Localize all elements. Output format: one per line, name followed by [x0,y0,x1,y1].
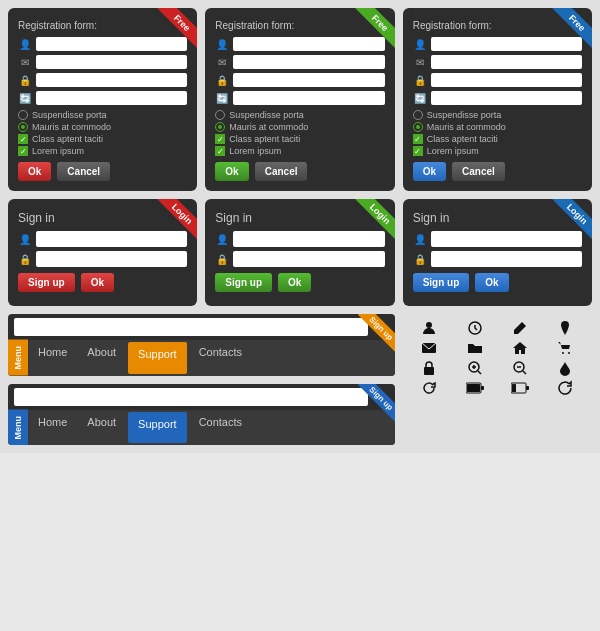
search-input-orange[interactable] [14,318,368,336]
radio-dot-4[interactable] [215,122,225,132]
nav-support-blue[interactable]: Support [128,412,187,444]
email-icon-2: ✉ [215,55,229,69]
button-row-2: Ok Cancel [215,162,384,181]
radio-item-5[interactable]: Suspendisse porta [413,110,582,120]
svg-rect-5 [424,367,434,375]
lock2-icon-3: 🔄 [413,91,427,105]
signin-user-icon-3: 👤 [413,232,427,246]
signin-btn-row-2: Sign up Ok [215,273,384,292]
svg-point-3 [562,352,564,354]
checkbox-item-4[interactable]: ✓ Lorem ipsum [215,146,384,156]
ok-button-2[interactable]: Ok [215,162,248,181]
ribbon-free-blue: Free [536,8,592,64]
signup-button-2[interactable]: Sign up [215,273,272,292]
checkbox-item-1[interactable]: ✓ Class aptent taciti [18,134,187,144]
confirm-input-3[interactable] [431,91,582,105]
svg-rect-12 [512,384,516,392]
lock2-icon: 🔄 [18,91,32,105]
nav-about-blue[interactable]: About [77,410,126,446]
form-row-pass-2: 🔒 [215,73,384,87]
lock-icon-2: 🔒 [215,73,229,87]
radio-dot-3[interactable] [215,110,225,120]
home-icon [499,340,540,356]
signup-ribbon-orange: Sign up [345,314,395,364]
signin-btn-row-3: Sign up Ok [413,273,582,292]
checkbox-1[interactable]: ✓ [18,134,28,144]
checkbox-5[interactable]: ✓ [413,134,423,144]
drop-icon [545,360,586,376]
form-row-password: 🔒 [18,73,187,87]
signin-lock-icon-3: 🔒 [413,252,427,266]
checkbox-4[interactable]: ✓ [215,146,225,156]
form-row-confirm: 🔄 [18,91,187,105]
radio-item-3[interactable]: Suspendisse porta [215,110,384,120]
refresh-icon [545,380,586,396]
password-input-2[interactable] [233,73,384,87]
clock-icon [454,320,495,336]
user-icon-2: 👤 [215,37,229,51]
email-icon-3: ✉ [413,55,427,69]
signin-btn-row-1: Sign up Ok [18,273,187,292]
checkbox-label-3: Class aptent taciti [229,134,300,144]
radio-dot-1[interactable] [18,110,28,120]
radio-item-1[interactable]: Suspendisse porta [18,110,187,120]
checkbox-6[interactable]: ✓ [413,146,423,156]
svg-rect-13 [526,386,529,390]
signin-ok-3[interactable]: Ok [475,273,508,292]
nav-home-blue[interactable]: Home [28,410,77,446]
battery-full-icon [454,380,495,396]
signin-ok-2[interactable]: Ok [278,273,311,292]
cancel-button-2[interactable]: Cancel [255,162,308,181]
button-row-3: Ok Cancel [413,162,582,181]
checkbox-item-5[interactable]: ✓ Class aptent taciti [413,134,582,144]
signup-ribbon-label-blue: Sign up [358,384,395,421]
radio-label-6: Mauris at commodo [427,122,506,132]
checkbox-item-3[interactable]: ✓ Class aptent taciti [215,134,384,144]
checkbox-item-6[interactable]: ✓ Lorem ipsum [413,146,582,156]
ribbon-login-label-green: Login [354,199,394,239]
ok-button-3[interactable]: Ok [413,162,446,181]
lock-icon-3: 🔒 [413,73,427,87]
registration-card-blue: Free Registration form: 👤 ✉ 🔒 🔄 Suspendi… [403,8,592,191]
cancel-button[interactable]: Cancel [57,162,110,181]
confirm-input-2[interactable] [233,91,384,105]
signin-ok-1[interactable]: Ok [81,273,114,292]
checkbox-2[interactable]: ✓ [18,146,28,156]
nav-home-orange[interactable]: Home [28,340,77,376]
nav-support-orange[interactable]: Support [128,342,187,374]
radio-item-2[interactable]: Mauris at commodo [18,122,187,132]
checkbox-item-2[interactable]: ✓ Lorem ipsum [18,146,187,156]
zoom-out-icon [499,360,540,376]
password-input[interactable] [36,73,187,87]
checkbox-3[interactable]: ✓ [215,134,225,144]
search-bar-blue: 🔍 [8,384,395,410]
radio-dot-2[interactable] [18,122,28,132]
password-input-3[interactable] [431,73,582,87]
ribbon-login-label-blue: Login [552,199,592,239]
nav-about-orange[interactable]: About [77,340,126,376]
radio-dot-5[interactable] [413,110,423,120]
ribbon-free-green: Free [339,8,395,64]
radio-item-6[interactable]: Mauris at commodo [413,122,582,132]
ribbon-label-blue: Free [552,8,592,48]
checkbox-label-4: Lorem ipsum [229,146,281,156]
signup-button-3[interactable]: Sign up [413,273,470,292]
checkbox-label-5: Class aptent taciti [427,134,498,144]
checkbox-label-6: Lorem ipsum [427,146,479,156]
icons-panel [403,314,592,445]
cancel-button-3[interactable]: Cancel [452,162,505,181]
ok-button[interactable]: Ok [18,162,51,181]
person-icon [409,320,450,336]
ribbon-login-green: Login [339,199,395,255]
signup-button-1[interactable]: Sign up [18,273,75,292]
nav-bar-orange: Sign up 🔍 Menu Home About Support Contac… [8,314,395,376]
nav-contacts-blue[interactable]: Contacts [189,410,252,446]
zoom-in-icon [454,360,495,376]
search-bar-orange: 🔍 [8,314,395,340]
confirm-input[interactable] [36,91,187,105]
radio-item-4[interactable]: Mauris at commodo [215,122,384,132]
radio-dot-6[interactable] [413,122,423,132]
nav-contacts-orange[interactable]: Contacts [189,340,252,376]
search-input-blue[interactable] [14,388,368,406]
lock-icon: 🔒 [18,73,32,87]
